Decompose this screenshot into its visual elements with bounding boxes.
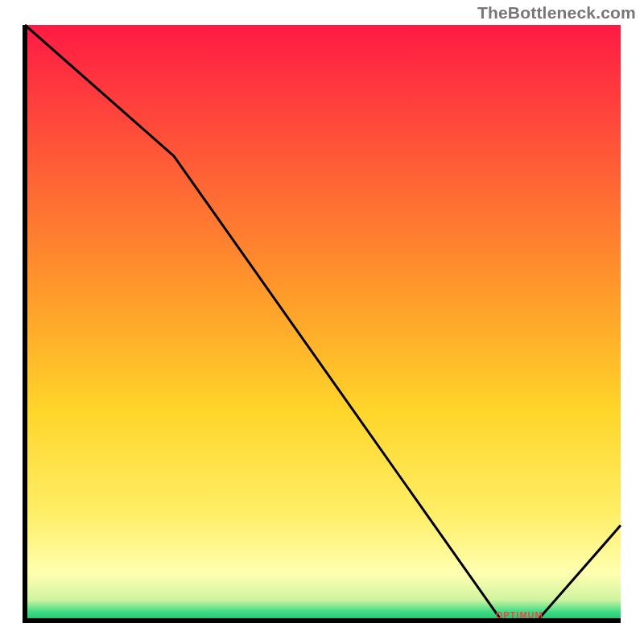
chart-stage: TheBottleneck.com OPTIMUM: [0, 0, 644, 644]
optimum-label: OPTIMUM: [496, 610, 543, 620]
bottleneck-chart: OPTIMUM: [0, 0, 644, 644]
watermark-text: TheBottleneck.com: [477, 3, 636, 23]
plot-background: [25, 25, 621, 621]
